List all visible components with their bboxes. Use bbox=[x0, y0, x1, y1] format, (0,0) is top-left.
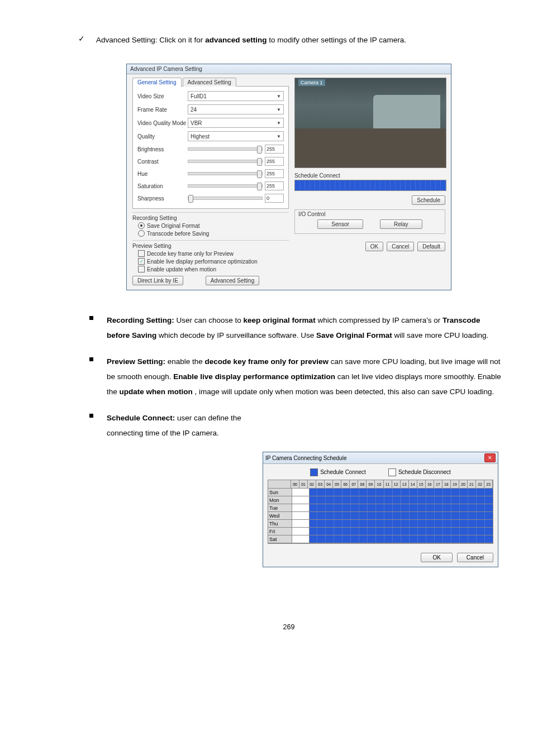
hour-header: 00 bbox=[291, 480, 299, 489]
dialog1-title: Advanced IP Camera Setting bbox=[127, 64, 451, 74]
para1-d: will save more CPU loading. bbox=[394, 331, 489, 339]
schedule-row-fill[interactable] bbox=[292, 504, 493, 512]
rec-opt2-label: Transcode before Saving bbox=[147, 231, 209, 237]
legend-connect-label: Schedule Connect bbox=[320, 469, 366, 475]
saturation-slider[interactable] bbox=[188, 184, 263, 188]
hour-header: 08 bbox=[358, 480, 367, 489]
chevron-down-icon: ▼ bbox=[277, 134, 281, 139]
tab-advanced[interactable]: Advanced Setting bbox=[183, 78, 236, 87]
para1-title: Recording Setting: bbox=[107, 316, 174, 324]
para2-lead: enable the bbox=[168, 357, 205, 366]
schedule-button[interactable]: Schedule bbox=[412, 195, 445, 205]
camera-label: Camera 1 bbox=[298, 79, 325, 86]
tab-general[interactable]: General Setting bbox=[132, 78, 182, 87]
hour-header: 23 bbox=[484, 480, 493, 489]
day-label: Sat bbox=[268, 535, 292, 543]
ok-button[interactable]: OK bbox=[421, 553, 452, 562]
quality-label: Quality bbox=[137, 133, 188, 140]
vqm-select[interactable]: VBR ▼ bbox=[188, 118, 284, 128]
schedule-row-fill[interactable] bbox=[292, 512, 493, 520]
chevron-down-icon: ▼ bbox=[277, 121, 281, 126]
advanced-ip-camera-dialog: Advanced IP Camera Setting General Setti… bbox=[126, 64, 451, 290]
day-label: Mon bbox=[268, 496, 292, 504]
brightness-value[interactable]: 255 bbox=[265, 145, 284, 154]
para2-m3: , image will update only when motion was… bbox=[195, 387, 494, 396]
hue-label: Hue bbox=[137, 171, 188, 177]
update-when-motion-checkbox[interactable]: Enable update when motion bbox=[138, 266, 289, 272]
square-bullet-icon bbox=[89, 357, 93, 361]
hour-header: 01 bbox=[299, 480, 308, 489]
page-number: 269 bbox=[73, 623, 505, 631]
chevron-down-icon: ▼ bbox=[277, 107, 281, 112]
video-size-select[interactable]: FullD1 ▼ bbox=[188, 91, 284, 101]
brightness-label: Brightness bbox=[137, 146, 188, 152]
para1-b: which compressed by IP camera's or bbox=[317, 316, 442, 324]
schedule-row-fill[interactable] bbox=[292, 496, 493, 504]
live-display-opt-checkbox[interactable]: ✓ Enable live display performance optimi… bbox=[138, 258, 289, 265]
direct-link-ie-button[interactable]: Direct Link by IE bbox=[132, 276, 183, 285]
square-bullet-icon bbox=[89, 414, 93, 418]
contrast-value[interactable]: 255 bbox=[265, 157, 284, 166]
radio-off-icon bbox=[138, 230, 145, 237]
para-schedule-connect: Schedule Connect: user can define the co… bbox=[89, 410, 505, 441]
chevron-down-icon: ▼ bbox=[277, 94, 281, 99]
schedule-grid[interactable]: 0001020304050607080910111213141516171819… bbox=[268, 480, 493, 544]
prev-c2-label: Enable live display performance optimiza… bbox=[147, 259, 258, 265]
cancel-button[interactable]: Cancel bbox=[387, 242, 414, 251]
sensor-button[interactable]: Sensor bbox=[317, 219, 363, 229]
sharpness-slider[interactable] bbox=[188, 197, 263, 200]
close-icon[interactable]: ✕ bbox=[484, 453, 496, 462]
sharpness-value[interactable]: 0 bbox=[265, 194, 284, 203]
legend-connect-swatch bbox=[310, 468, 318, 476]
hour-header: 12 bbox=[392, 480, 401, 489]
schedule-row-fill[interactable] bbox=[292, 528, 493, 535]
schedule-connect-bar[interactable] bbox=[294, 180, 446, 191]
hour-header: 17 bbox=[434, 480, 442, 489]
hour-header: 03 bbox=[316, 480, 325, 489]
hour-header: 06 bbox=[341, 480, 350, 489]
hour-header: 10 bbox=[375, 480, 383, 489]
default-button[interactable]: Default bbox=[417, 242, 445, 251]
decode-keyframe-checkbox[interactable]: Decode key frame only for Preview bbox=[138, 250, 289, 257]
square-bullet-icon bbox=[89, 316, 93, 320]
day-label: Tue bbox=[268, 504, 292, 512]
hour-header: 04 bbox=[325, 480, 333, 489]
hour-header: 19 bbox=[451, 480, 459, 489]
para1-b3: Save Original Format bbox=[316, 331, 392, 339]
quality-select[interactable]: Highest ▼ bbox=[188, 131, 284, 141]
day-label: Fri bbox=[268, 528, 292, 535]
checkbox-checked-icon: ✓ bbox=[138, 258, 145, 265]
para2-b3: update when motion bbox=[120, 387, 193, 396]
contrast-slider[interactable] bbox=[188, 160, 263, 163]
ok-button[interactable]: OK bbox=[365, 242, 383, 251]
para2-title: Preview Setting: bbox=[107, 357, 165, 366]
legend-disconnect-swatch bbox=[388, 468, 396, 476]
save-original-format-radio[interactable]: Save Original Format bbox=[138, 222, 289, 229]
hue-slider[interactable] bbox=[188, 172, 263, 175]
hour-header: 14 bbox=[409, 480, 417, 489]
hue-value[interactable]: 255 bbox=[265, 169, 284, 178]
transcode-before-saving-radio[interactable]: Transcode before Saving bbox=[138, 230, 289, 237]
day-label: Wed bbox=[268, 512, 292, 520]
relay-button[interactable]: Relay bbox=[380, 219, 422, 229]
hour-header: 13 bbox=[401, 480, 409, 489]
intro-bold: advanced setting bbox=[205, 36, 266, 44]
para1-c: which decode by IP surveillance software… bbox=[159, 331, 316, 339]
prev-c1-label: Decode key frame only for Preview bbox=[147, 251, 234, 257]
schedule-row-fill[interactable] bbox=[292, 489, 493, 496]
vqm-value: VBR bbox=[191, 120, 202, 126]
para-preview-setting: Preview Setting: enable the decode key f… bbox=[89, 354, 505, 399]
schedule-row-fill[interactable] bbox=[292, 520, 493, 528]
advanced-setting-button[interactable]: Advanced Setting bbox=[206, 276, 259, 285]
schedule-row-fill[interactable] bbox=[292, 535, 493, 543]
para3-title: Schedule Connect: bbox=[107, 414, 175, 422]
para1-b1: keep original format bbox=[244, 316, 316, 324]
saturation-value[interactable]: 255 bbox=[265, 181, 284, 190]
cancel-button[interactable]: Cancel bbox=[457, 553, 493, 562]
brightness-slider[interactable] bbox=[188, 147, 263, 151]
hour-header: 20 bbox=[459, 480, 468, 489]
hour-header: 05 bbox=[333, 480, 341, 489]
frame-rate-select[interactable]: 24 ▼ bbox=[188, 104, 284, 114]
connecting-schedule-dialog: IP Camera Connecting Schedule ✕ Schedule… bbox=[263, 452, 498, 567]
hour-header: 22 bbox=[476, 480, 484, 489]
